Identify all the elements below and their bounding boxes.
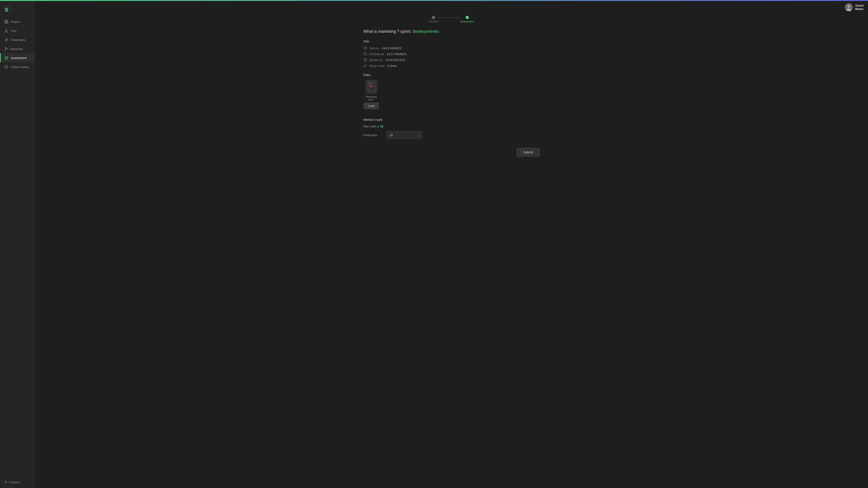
files-section: Files PDF Marketing 1.pd... Load: [364, 73, 540, 111]
collapse-button[interactable]: Collapse: [0, 477, 35, 488]
max-mark-text: Max mark is 10: [364, 125, 540, 128]
tree-icon: [4, 29, 8, 33]
page-title-prefix: What is marketing ? sprint.: [364, 29, 412, 34]
retry-count-label: Retry count:: [369, 64, 385, 68]
start-at-value: 19:01 05/09/23: [382, 46, 401, 50]
user-name: David Malan: [855, 4, 864, 11]
main-content: David Malan General Assessment: [35, 1, 868, 488]
mentor-mark-title: Mentor mark: [364, 118, 540, 122]
svg-point-6: [5, 31, 6, 32]
mentor-mark-section: Mentor mark Max mark is 10 Final mark 10…: [364, 118, 540, 139]
pencil-icon: [364, 64, 367, 68]
final-mark-row: Final mark 10 1 2 3 4 5 6 7 8 9: [364, 131, 540, 139]
svg-point-5: [6, 29, 7, 30]
app-logo: g: [4, 5, 11, 13]
step-dot-assessment: [466, 16, 469, 19]
finished-at-label: Finished at:: [369, 53, 384, 56]
svg-line-9: [5, 31, 6, 31]
sidebar-item-subject-marks[interactable]: Subject Marks: [0, 62, 35, 71]
svg-point-12: [5, 50, 6, 51]
svg-point-23: [847, 5, 850, 8]
step-label-general: General: [429, 20, 438, 23]
submit-row: Submit: [364, 148, 540, 157]
info-row-retry: Retry count: 0 times: [364, 64, 540, 68]
logo-area: g: [0, 3, 35, 17]
svg-rect-2: [6, 20, 8, 22]
clock-icon-finished: [364, 52, 367, 56]
svg-point-7: [7, 31, 8, 32]
sidebar-item-project-label: Project: [11, 20, 20, 24]
load-button[interactable]: Load: [364, 103, 379, 109]
grid-icon: [4, 20, 8, 24]
max-mark-value: 10: [380, 125, 383, 128]
info-section: Info Start at: 19:01 05/09/23: [364, 39, 540, 68]
collapse-icon: [4, 480, 7, 484]
file-name: Marketing 1.pd...: [364, 95, 379, 101]
svg-line-10: [6, 31, 7, 31]
file-card: PDF Marketing 1.pd... Load: [364, 80, 379, 109]
info-row-start: Start at: 19:01 05/09/23: [364, 46, 540, 50]
file-icon: PDF: [366, 80, 377, 94]
clock-icon-graded: [364, 58, 367, 62]
page-title: What is marketing ? sprint. dmaksymenko: [364, 29, 540, 34]
finished-at-value: 15:17 06/09/23: [387, 53, 406, 56]
sidebar-item-branches[interactable]: Branches: [0, 44, 35, 53]
sidebar-item-project[interactable]: Project: [0, 17, 35, 26]
checklist-icon: [4, 56, 8, 60]
svg-rect-1: [5, 20, 6, 22]
svg-line-30: [365, 54, 366, 55]
page-title-highlight: dmaksymenko: [413, 29, 439, 34]
sidebar-item-subject-marks-label: Subject Marks: [11, 65, 29, 69]
retry-count-value: 0 times: [388, 64, 397, 68]
svg-text:g: g: [5, 6, 8, 12]
content-area: General Assessment What is marketing ? s…: [350, 13, 553, 166]
step-general: General: [429, 16, 438, 23]
sidebar: g Project: [0, 1, 35, 488]
collapse-label: Collapse: [9, 481, 21, 484]
sidebar-item-challenges[interactable]: Challenges: [0, 35, 35, 44]
info-section-title: Info: [364, 39, 540, 43]
svg-point-11: [5, 47, 6, 48]
submit-button[interactable]: Submit: [517, 148, 540, 157]
files-section-title: Files: [364, 73, 540, 77]
header-row: David Malan: [35, 1, 868, 13]
step-dot-general: [432, 16, 435, 19]
svg-rect-15: [5, 57, 8, 59]
sidebar-item-assessment-label: Assessment: [11, 56, 27, 60]
svg-line-33: [365, 60, 366, 60]
graded-at-label: Graded at:: [369, 58, 383, 62]
svg-rect-3: [5, 22, 6, 23]
lightning-icon: [4, 38, 8, 42]
user-first-name: David: [855, 4, 864, 7]
sidebar-item-challenges-label: Challenges: [11, 38, 25, 41]
user-surname: Malan: [855, 7, 864, 11]
sidebar-nav: Project Tree: [0, 17, 35, 477]
clock-icon-start: [364, 46, 367, 50]
step-label-assessment: Assessment: [460, 20, 474, 23]
info-row-graded: Graded at: 13:44 03/12/23: [364, 58, 540, 62]
sidebar-item-assessment[interactable]: Assessment: [0, 53, 35, 62]
graded-at-value: 13:44 03/12/23: [385, 58, 405, 62]
mark-select-wrapper: 10 1 2 3 4 5 6 7 8 9 ⌄: [386, 131, 422, 139]
svg-line-17: [6, 57, 7, 58]
info-row-finished: Finished at: 15:17 06/09/23: [364, 52, 540, 56]
branch-icon: [4, 47, 8, 51]
steps-container: General Assessment: [364, 16, 540, 23]
user-info: David Malan: [845, 3, 864, 11]
marks-icon: [4, 65, 8, 69]
max-mark-prefix: Max mark is: [364, 125, 379, 128]
svg-line-27: [365, 48, 366, 48]
svg-rect-4: [6, 22, 8, 23]
step-assessment: Assessment: [460, 16, 474, 23]
sidebar-item-tree-label: Tree: [11, 29, 17, 33]
step-connector: [438, 18, 460, 18]
svg-text:PDF: PDF: [369, 83, 372, 85]
avatar: [845, 3, 853, 11]
final-mark-select[interactable]: 10 1 2 3 4 5 6 7 8 9: [386, 131, 422, 139]
sidebar-item-tree[interactable]: Tree: [0, 26, 35, 35]
sidebar-item-branches-label: Branches: [11, 47, 23, 51]
start-at-label: Start at:: [369, 46, 380, 50]
final-mark-label: Final mark: [364, 133, 381, 137]
